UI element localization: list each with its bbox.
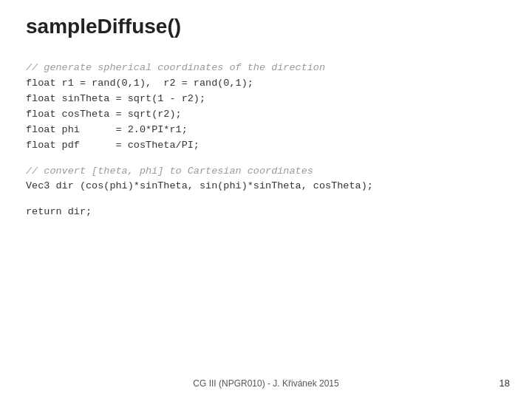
code-section-spherical: // generate spherical coordinates of the… <box>26 61 506 154</box>
slide-container: sampleDiffuse() // generate spherical co… <box>0 0 532 399</box>
code-return: return dir; <box>26 205 506 220</box>
footer-label: CG III (NPGR010) - J. Křivánek 2015 <box>193 378 338 389</box>
code-sintheta: float sinTheta = sqrt(1 - r2); <box>26 92 506 107</box>
code-vec3: Vec3 dir (cos(phi)*sinTheta, sin(phi)*si… <box>26 179 506 194</box>
code-section-return: return dir; <box>26 205 506 220</box>
code-section-cartesian: // convert [theta, phi] to Cartesian coo… <box>26 164 506 195</box>
footer: CG III (NPGR010) - J. Křivánek 2015 <box>0 378 532 389</box>
page-number: 18 <box>499 378 510 389</box>
comment-spherical: // generate spherical coordinates of the… <box>26 61 506 76</box>
code-costheta: float cosTheta = sqrt(r2); <box>26 107 506 123</box>
code-phi: float phi = 2.0*PI*r1; <box>26 123 506 138</box>
comment-cartesian: // convert [theta, phi] to Cartesian coo… <box>26 164 506 180</box>
code-r1: float r1 = rand(0,1), r2 = rand(0,1); <box>26 76 506 92</box>
code-pdf: float pdf = cosTheta/PI; <box>26 138 506 154</box>
slide-title: sampleDiffuse() <box>26 15 506 38</box>
code-block: // generate spherical coordinates of the… <box>26 61 506 220</box>
